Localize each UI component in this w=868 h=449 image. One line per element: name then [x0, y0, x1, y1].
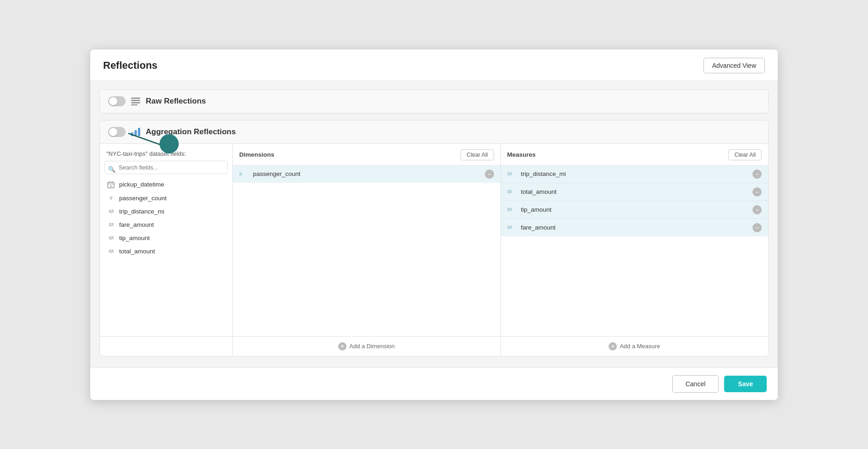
agg-reflections-icon	[131, 128, 140, 136]
add-measure-button[interactable]: + Add a Measure	[501, 337, 769, 356]
svg-rect-4	[131, 132, 133, 136]
num-icon: #	[106, 195, 115, 201]
search-icon: 🔍	[108, 166, 115, 173]
add-dimension-button[interactable]: + Add a Dimension	[233, 337, 501, 356]
measure-item: #.# fare_amount −	[501, 219, 769, 236]
measure-item-name: tip_amount	[521, 206, 552, 213]
agg-reflections-header: Aggregation Reflections	[100, 120, 768, 144]
measure-item-name: fare_amount	[521, 224, 556, 231]
measure-icon: #.#	[106, 235, 115, 241]
fields-columns: "NYC-taxi-trips" dataset fields: 🔍	[100, 144, 768, 336]
list-item[interactable]: #.# trip_distance_mi	[100, 205, 232, 218]
add-dimension-label: Add a Dimension	[349, 343, 395, 350]
measures-items: #.# trip_distance_mi − #.# total_amount …	[501, 165, 769, 336]
modal-header: Reflections Advanced View	[90, 49, 778, 81]
raw-reflections-header: Raw Reflections	[100, 90, 768, 113]
list-item[interactable]: pickup_datetime	[100, 178, 232, 192]
remove-measure-button[interactable]: −	[753, 223, 762, 232]
fields-panel-title: "NYC-taxi-trips" dataset fields:	[100, 150, 232, 161]
measures-column: Measures Clear All #.# trip_distance_mi …	[501, 144, 769, 336]
advanced-view-button[interactable]: Advanced View	[703, 58, 765, 73]
dimensions-items: # passenger_count −	[233, 165, 500, 336]
search-input[interactable]	[104, 161, 228, 174]
svg-rect-5	[135, 130, 137, 136]
measure-item-name: trip_distance_mi	[521, 170, 566, 177]
svg-rect-10	[112, 181, 113, 183]
modal-footer: Cancel Save	[90, 367, 778, 400]
list-item[interactable]: #.# total_amount	[100, 245, 232, 258]
add-row: + Add a Dimension + Add a Measure	[100, 336, 768, 356]
dimension-item: # passenger_count −	[233, 165, 500, 183]
measure-icon: #.#	[106, 222, 115, 227]
add-dimension-icon: +	[338, 342, 346, 350]
measure-item: #.# tip_amount −	[501, 201, 769, 219]
remove-measure-button[interactable]: −	[753, 170, 762, 179]
field-name: passenger_count	[119, 195, 167, 202]
svg-rect-0	[131, 98, 140, 99]
cancel-button[interactable]: Cancel	[672, 375, 719, 393]
agg-header-wrapper: Aggregation Reflections	[100, 120, 768, 144]
dimensions-clear-all-button[interactable]: Clear All	[461, 149, 494, 160]
list-item[interactable]: #.# tip_amount	[100, 231, 232, 245]
raw-reflections-label: Raw Reflections	[146, 97, 206, 106]
field-name: fare_amount	[119, 221, 154, 228]
svg-rect-6	[138, 128, 140, 136]
svg-rect-8	[108, 182, 114, 188]
svg-point-12	[110, 185, 112, 186]
field-name: total_amount	[119, 248, 155, 255]
svg-rect-1	[131, 100, 140, 101]
dimensions-header: Dimensions Clear All	[233, 144, 500, 165]
remove-measure-button[interactable]: −	[753, 187, 762, 197]
measure-item-icon: #.#	[507, 189, 517, 194]
svg-rect-9	[109, 181, 110, 183]
svg-rect-3	[131, 104, 137, 105]
measure-item: #.# total_amount −	[501, 183, 769, 201]
raw-reflections-toggle[interactable]	[108, 96, 126, 106]
agg-reflections-label: Aggregation Reflections	[146, 127, 236, 137]
measures-clear-all-button[interactable]: Clear All	[728, 149, 762, 160]
svg-rect-2	[131, 102, 140, 104]
dimension-item-icon: #	[239, 171, 249, 177]
save-button[interactable]: Save	[724, 376, 767, 392]
measure-item-icon: #.#	[507, 207, 517, 212]
measure-item-icon: #.#	[507, 225, 517, 230]
search-wrapper: 🔍	[100, 161, 232, 178]
raw-reflections-card: Raw Reflections	[99, 89, 769, 114]
measure-icon: #.#	[106, 249, 115, 254]
modal-body: Raw Reflections Aggregation Reflections	[90, 81, 778, 367]
raw-reflections-icon	[131, 97, 140, 105]
add-dimension-cell	[100, 337, 233, 356]
remove-dimension-button[interactable]: −	[485, 170, 494, 179]
modal-title: Reflections	[103, 60, 158, 71]
measure-item: #.# trip_distance_mi −	[501, 165, 769, 183]
dimension-item-name: passenger_count	[253, 170, 301, 177]
date-icon	[106, 181, 115, 188]
agg-reflections-card: Aggregation Reflections "NYC-taxi-trips"…	[99, 120, 769, 356]
add-measure-label: Add a Measure	[620, 343, 660, 350]
fields-panel: "NYC-taxi-trips" dataset fields: 🔍	[100, 144, 233, 336]
measure-item-icon: #.#	[507, 171, 517, 176]
measures-header: Measures Clear All	[501, 144, 769, 165]
agg-reflections-toggle[interactable]	[108, 127, 126, 137]
field-name: tip_amount	[119, 235, 150, 241]
svg-rect-11	[108, 184, 114, 184]
measure-icon: #.#	[106, 209, 115, 214]
field-name: pickup_datetime	[119, 181, 164, 188]
list-item[interactable]: # passenger_count	[100, 192, 232, 205]
remove-measure-button[interactable]: −	[753, 205, 762, 214]
add-measure-icon: +	[609, 342, 617, 350]
dimensions-title: Dimensions	[239, 151, 275, 158]
field-name: trip_distance_mi	[119, 208, 164, 215]
agg-reflections-content: "NYC-taxi-trips" dataset fields: 🔍	[100, 144, 768, 356]
list-item[interactable]: #.# fare_amount	[100, 218, 232, 231]
measure-item-name: total_amount	[521, 188, 557, 195]
dimensions-column: Dimensions Clear All # passenger_count −	[233, 144, 501, 336]
reflections-modal: Reflections Advanced View Raw Reflection…	[90, 49, 778, 400]
measures-title: Measures	[507, 151, 536, 158]
